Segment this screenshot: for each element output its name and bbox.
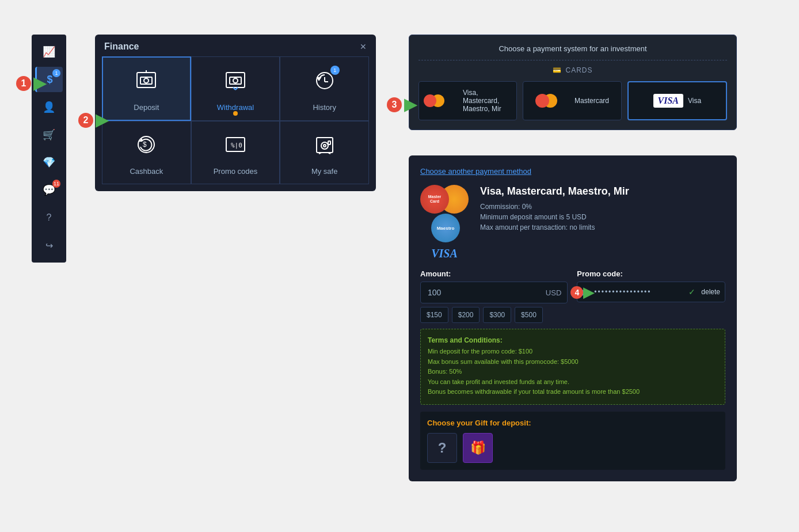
payment-divider [418, 60, 727, 60]
sidebar-item-chart[interactable]: 📈 [35, 39, 63, 64]
step-2-icon: ▶ [96, 111, 108, 130]
credit-card-icon: 💳 [553, 66, 562, 74]
gift-mystery[interactable]: ? [427, 433, 457, 463]
quick-amounts: $150 $200 $300 $500 [420, 307, 568, 323]
gift-section: Choose your Gift for deposit: ? 🎁 [420, 412, 725, 470]
promo-icon: %|0 [224, 133, 247, 161]
finance-item-cashback[interactable]: $ Cashback [102, 121, 191, 184]
choose-another-link[interactable]: Choose another payment method [420, 167, 725, 176]
mystery-icon: ? [438, 440, 447, 456]
step-3-icon: ▶ [404, 95, 417, 114]
gift-box-icon: 🎁 [470, 440, 486, 455]
terms-box: Terms and Conditions: Min deposit for th… [420, 329, 725, 405]
svg-rect-0 [137, 73, 155, 88]
svg-text:$: $ [143, 140, 147, 149]
finance-item-promo[interactable]: %|0 Promo codes [191, 121, 280, 184]
svg-rect-21 [328, 141, 330, 145]
amount-label: Amount: [420, 269, 568, 278]
svg-point-18 [324, 145, 326, 147]
quick-300[interactable]: $300 [483, 307, 511, 323]
sidebar-item-vip[interactable]: 💎 [35, 150, 63, 175]
payment-options: Visa, Mastercard, Maestro, Mir Mastercar… [418, 81, 727, 120]
safe-icon [313, 133, 336, 161]
finance-item-withdrawal[interactable]: Withdrawal [191, 56, 280, 121]
amount-input-wrapper: USD 4 ▶ [420, 282, 568, 303]
promo-input[interactable] [592, 282, 683, 302]
gift-box-item[interactable]: 🎁 [463, 433, 493, 463]
terms-text: Min deposit for the promo code: $100 Max… [428, 347, 718, 397]
amount-currency: USD [546, 288, 567, 297]
visa-mc-logo [424, 94, 444, 107]
finance-item-history[interactable]: 1 History [280, 56, 369, 121]
step-4-icon: ▶ [583, 284, 593, 301]
withdrawal-dot [233, 111, 238, 116]
step-3-label: 3 [387, 97, 402, 112]
finance-icon: $ [47, 74, 52, 86]
payment-option-visa[interactable]: VISA Visa [627, 81, 727, 120]
withdrawal-label: Withdrawal [217, 103, 254, 112]
cart-icon: 🛒 [43, 128, 55, 141]
logout-icon: ↪ [45, 240, 53, 251]
finance-modal-close-button[interactable]: ✕ [360, 42, 367, 51]
mastercard-logo [535, 94, 556, 108]
svg-point-6 [233, 78, 238, 83]
terms-line-1: Min deposit for the promo code: $100 [428, 347, 718, 357]
finance-item-deposit[interactable]: Deposit [102, 56, 191, 121]
gift-title: Choose your Gift for deposit: [427, 419, 718, 427]
terms-line-5: Bonus becomes withdrawable if your total… [428, 387, 718, 397]
terms-line-3: Bonus: 50% [428, 367, 718, 377]
sidebar-item-logout[interactable]: ↪ [35, 233, 63, 258]
history-badge: 1 [330, 66, 340, 75]
svg-point-3 [144, 78, 149, 83]
promo-label: Promo codes [214, 167, 258, 176]
step-2-label: 2 [78, 113, 93, 128]
payment-option-mastercard-label: Mastercard [574, 97, 609, 105]
history-icon: 1 [313, 69, 336, 97]
payment-option-visa-label: Visa [688, 97, 701, 105]
payment-panel: Choose a payment system for an investmen… [409, 35, 737, 130]
amount-promo-row: Amount: USD 4 ▶ $150 $200 $300 $500 Prom… [420, 269, 725, 323]
svg-point-17 [321, 142, 328, 149]
promo-delete-button[interactable]: delete [701, 288, 725, 296]
promo-label: Promo code: [577, 269, 725, 278]
history-label: History [313, 103, 336, 112]
promo-input-wrapper: ▶ ✓ delete [577, 282, 725, 302]
deposit-label: Deposit [134, 103, 159, 112]
deposit-icon [135, 69, 158, 97]
promo-section: Promo code: ▶ ✓ delete [577, 269, 725, 323]
payment-option-visa-mc[interactable]: Visa, Mastercard, Maestro, Mir [418, 81, 517, 120]
payment-option-mastercard[interactable]: Mastercard [523, 81, 621, 120]
terms-line-4: You can take profit and invested funds a… [428, 377, 718, 387]
finance-item-safe[interactable]: My safe [280, 121, 369, 184]
visa-logo-container: VISA [653, 94, 683, 108]
quick-150[interactable]: $150 [420, 307, 448, 323]
terms-line-2: Max bonus sum available with this promoc… [428, 357, 718, 367]
promo-check-icon: ✓ [686, 287, 698, 297]
quick-500[interactable]: $500 [515, 307, 543, 323]
help-icon: ? [47, 212, 52, 223]
amount-section: Amount: USD 4 ▶ $150 $200 $300 $500 [420, 269, 568, 323]
sidebar-item-chat[interactable]: 💬 11 [35, 177, 63, 203]
payment-panel-title: Choose a payment system for an investmen… [418, 44, 727, 53]
deposit-max: Max amount per transaction: no limits [480, 223, 725, 231]
diamond-icon: 💎 [43, 156, 55, 169]
sidebar-item-help[interactable]: ? [35, 205, 63, 230]
deposit-min: Minimum deposit amount is 5 USD [480, 213, 725, 221]
sidebar-item-cart[interactable]: 🛒 [35, 122, 63, 147]
visa-text: VISA [431, 247, 458, 260]
deposit-form: Choose another payment method MasterCard… [409, 155, 737, 481]
terms-title: Terms and Conditions: [428, 336, 718, 344]
svg-text:%|0: %|0 [231, 142, 242, 149]
step-2-arrow: 2 ▶ [78, 111, 108, 130]
quick-200[interactable]: $200 [452, 307, 480, 323]
finance-modal-header: Finance ✕ [95, 35, 376, 56]
chart-icon: 📈 [43, 45, 55, 58]
step-3-arrow: 3 ▶ [387, 95, 417, 114]
finance-grid: Deposit Withdrawal [95, 56, 376, 191]
user-icon: 👤 [43, 101, 55, 113]
deposit-info: Visa, Mastercard, Maestro, Mir Commissio… [480, 185, 725, 260]
finance-badge: 1 [52, 69, 60, 77]
finance-modal: Finance ✕ Deposit [95, 35, 376, 191]
sidebar-item-user[interactable]: 👤 [35, 94, 63, 120]
amount-input[interactable] [421, 282, 546, 303]
